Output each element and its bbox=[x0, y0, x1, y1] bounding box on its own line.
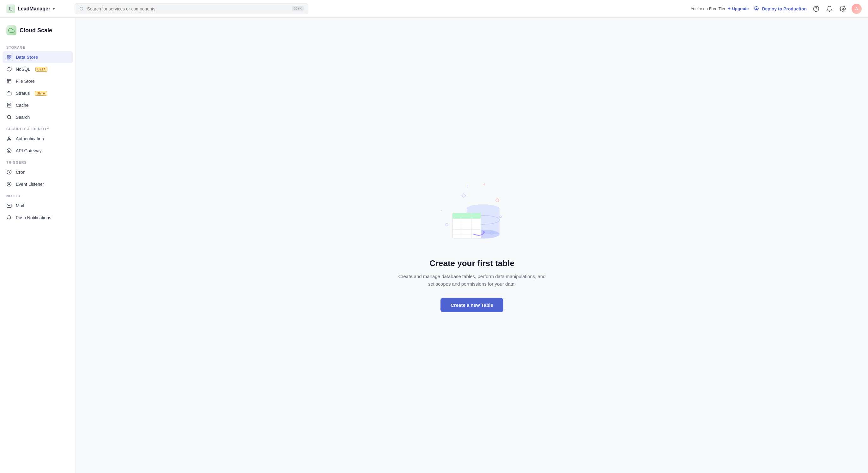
sidebar-item-stratus[interactable]: Stratus BETA bbox=[0, 87, 75, 99]
sidebar-item-push-notifications[interactable]: Push Notifications bbox=[0, 212, 75, 224]
nosql-icon bbox=[6, 66, 12, 72]
rocket-icon bbox=[754, 6, 759, 12]
sidebar-item-mail[interactable]: Mail bbox=[0, 200, 75, 212]
push-notifications-icon bbox=[6, 215, 12, 221]
svg-rect-33 bbox=[453, 213, 481, 219]
file-store-icon bbox=[6, 78, 12, 84]
sidebar-item-data-store[interactable]: Data Store bbox=[3, 51, 73, 63]
svg-rect-5 bbox=[9, 55, 11, 57]
svg-point-11 bbox=[7, 103, 11, 104]
bell-icon[interactable] bbox=[825, 4, 834, 13]
main-content: + + × bbox=[76, 18, 868, 473]
cache-icon bbox=[6, 102, 12, 108]
sidebar-item-authentication[interactable]: Authentication bbox=[0, 133, 75, 145]
svg-rect-9 bbox=[7, 79, 11, 83]
svg-rect-6 bbox=[7, 58, 9, 59]
svg-text:+: + bbox=[466, 183, 469, 189]
svg-point-15 bbox=[8, 150, 10, 151]
create-new-table-button[interactable]: Create a new Table bbox=[440, 298, 503, 312]
sidebar-item-label: Event Listener bbox=[16, 182, 44, 187]
sidebar-brand: Cloud Scale bbox=[0, 23, 75, 42]
sidebar-item-label: Push Notifications bbox=[16, 215, 51, 220]
app-name: LeadManager bbox=[18, 6, 50, 12]
svg-point-23 bbox=[500, 216, 501, 218]
stratus-icon bbox=[6, 90, 12, 96]
search-bar[interactable]: ⌘+K bbox=[74, 3, 308, 14]
app-logo[interactable]: L LeadManager ▾ bbox=[6, 4, 69, 13]
mail-icon bbox=[6, 203, 12, 209]
topbar-right: You're on Free Tier ✦ Upgrade Deploy to … bbox=[691, 4, 862, 14]
svg-point-22 bbox=[496, 199, 499, 202]
help-icon[interactable] bbox=[812, 4, 820, 13]
svg-rect-25 bbox=[462, 193, 466, 197]
sidebar-item-api-gateway[interactable]: API Gateway bbox=[0, 145, 75, 157]
empty-state-title: Create your first table bbox=[429, 258, 515, 268]
authentication-icon bbox=[6, 136, 12, 141]
beta-badge: BETA bbox=[35, 91, 47, 96]
upgrade-button[interactable]: ✦ Upgrade bbox=[727, 6, 749, 11]
chevron-down-icon: ▾ bbox=[53, 7, 55, 11]
free-tier-label: You're on Free Tier ✦ Upgrade bbox=[691, 6, 749, 11]
cron-icon bbox=[6, 169, 12, 175]
user-avatar[interactable]: A bbox=[851, 4, 862, 14]
svg-text:×: × bbox=[440, 209, 443, 213]
empty-state: + + × bbox=[383, 166, 561, 325]
sidebar-item-label: Authentication bbox=[16, 136, 44, 141]
settings-icon[interactable] bbox=[838, 4, 847, 13]
svg-point-1 bbox=[756, 8, 757, 9]
svg-point-13 bbox=[8, 137, 10, 138]
svg-point-31 bbox=[467, 204, 500, 213]
sidebar-item-label: Stratus bbox=[16, 91, 30, 96]
svg-point-24 bbox=[445, 223, 448, 226]
search-shortcut: ⌘+K bbox=[292, 6, 304, 11]
svg-rect-10 bbox=[7, 92, 11, 95]
deploy-to-production-button[interactable]: Deploy to Production bbox=[754, 6, 807, 12]
topbar-icons: A bbox=[812, 4, 862, 14]
logo-icon: L bbox=[6, 4, 15, 13]
data-store-icon bbox=[6, 54, 12, 60]
search-icon bbox=[79, 6, 84, 11]
sidebar-item-label: Search bbox=[16, 115, 30, 120]
sidebar-item-label: Cron bbox=[16, 170, 25, 175]
search-nav-icon bbox=[6, 115, 12, 120]
empty-state-description: Create and manage database tables, perfo… bbox=[396, 273, 548, 288]
svg-rect-4 bbox=[7, 55, 9, 57]
topbar: L LeadManager ▾ ⌘+K You're on Free Tier … bbox=[0, 0, 868, 18]
sidebar-item-event-listener[interactable]: Event Listener bbox=[0, 178, 75, 190]
section-label-storage: STORAGE bbox=[0, 42, 75, 51]
sidebar-item-nosql[interactable]: NoSQL BETA bbox=[0, 63, 75, 75]
sidebar-item-cache[interactable]: Cache bbox=[0, 99, 75, 111]
sidebar-item-label: Cache bbox=[16, 103, 28, 108]
search-input[interactable] bbox=[87, 6, 289, 11]
svg-point-12 bbox=[7, 115, 11, 119]
section-label-triggers: TRIGGERS bbox=[0, 157, 75, 166]
brand-name: Cloud Scale bbox=[20, 27, 52, 34]
sidebar-item-search[interactable]: Search bbox=[0, 111, 75, 123]
app-root: L LeadManager ▾ ⌘+K You're on Free Tier … bbox=[0, 0, 868, 473]
svg-point-18 bbox=[8, 184, 10, 185]
sidebar-item-label: API Gateway bbox=[16, 148, 42, 153]
svg-text:+: + bbox=[483, 182, 486, 187]
sidebar-item-cron[interactable]: Cron bbox=[0, 166, 75, 178]
section-label-notify: NOTIFY bbox=[0, 190, 75, 200]
svg-rect-7 bbox=[9, 58, 11, 59]
event-listener-icon bbox=[6, 181, 12, 187]
sidebar-item-file-store[interactable]: File Store bbox=[0, 75, 75, 87]
svg-point-0 bbox=[80, 7, 83, 10]
svg-point-3 bbox=[842, 8, 844, 9]
sidebar-item-label: Data Store bbox=[16, 55, 38, 60]
sidebar-item-label: File Store bbox=[16, 79, 35, 84]
svg-marker-8 bbox=[7, 67, 11, 71]
svg-point-14 bbox=[7, 149, 11, 153]
api-gateway-icon bbox=[6, 148, 12, 154]
sidebar: Cloud Scale STORAGE Data Store NoS bbox=[0, 18, 76, 473]
sidebar-item-label: Mail bbox=[16, 203, 24, 208]
section-label-security: SECURITY & IDENTITY bbox=[0, 123, 75, 133]
sidebar-item-label: NoSQL bbox=[16, 67, 30, 72]
beta-badge: BETA bbox=[35, 67, 48, 72]
content: Cloud Scale STORAGE Data Store NoS bbox=[0, 18, 868, 473]
illustration: + + × bbox=[431, 179, 513, 248]
brand-icon bbox=[6, 25, 17, 35]
